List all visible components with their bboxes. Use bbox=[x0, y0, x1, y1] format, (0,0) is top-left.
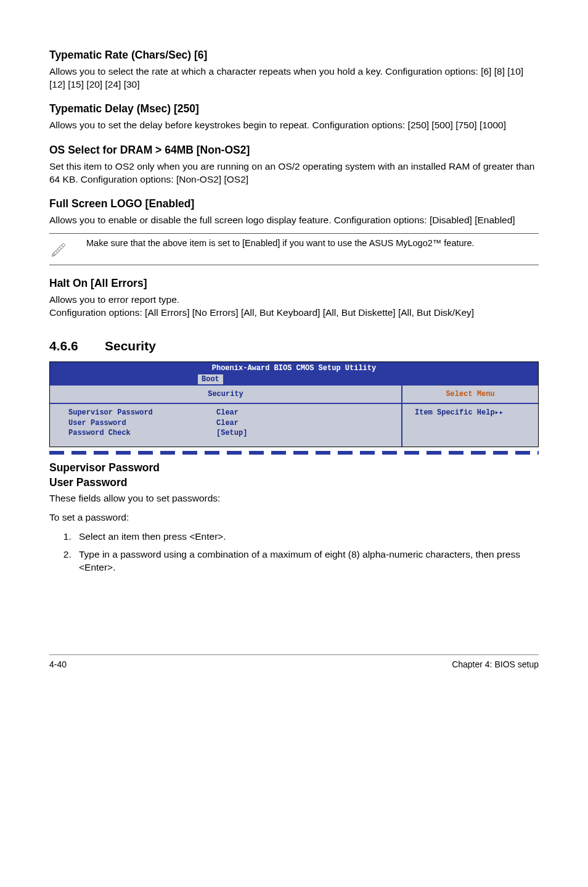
note-row: Make sure that the above item is set to … bbox=[49, 233, 539, 265]
step-item: Select an item then press <Enter>. bbox=[74, 530, 539, 543]
footer-chapter: Chapter 4: BIOS setup bbox=[452, 659, 539, 670]
bios-right-content: Item Specific Help▸▸ bbox=[402, 404, 538, 426]
bios-screenshot: Phoenix-Award BIOS CMOS Setup Utility Bo… bbox=[49, 361, 539, 447]
body-full-screen-logo: Allows you to enable or disable the full… bbox=[49, 214, 539, 227]
bios-right-header: Select Menu bbox=[402, 386, 538, 404]
heading-os-select: OS Select for DRAM > 64MB [Non-OS2] bbox=[49, 143, 539, 158]
bios-row-label: Password Check bbox=[68, 428, 216, 438]
body-password-intro: These fields allow you to set passwords: bbox=[49, 492, 539, 505]
body-halt-on-1: Allows you to error report type. bbox=[49, 294, 539, 307]
bios-dashed-border bbox=[49, 451, 539, 455]
body-halt-on-2: Configuration options: [All Errors] [No … bbox=[49, 307, 539, 320]
bios-menubar: Boot bbox=[50, 374, 538, 386]
bios-row-value: [Setup] bbox=[216, 428, 247, 438]
heading-typematic-delay: Typematic Delay (Msec) [250] bbox=[49, 102, 539, 117]
page-footer: 4-40 Chapter 4: BIOS setup bbox=[49, 654, 539, 670]
bios-row: Supervisor Password Clear bbox=[68, 408, 383, 418]
steps-list: Select an item then press <Enter>. Type … bbox=[49, 530, 539, 574]
bios-row-label: Supervisor Password bbox=[68, 408, 216, 418]
bios-row-label: User Password bbox=[68, 418, 216, 428]
bios-row-value: Clear bbox=[216, 418, 239, 428]
body-os-select: Set this item to OS2 only when you are r… bbox=[49, 160, 539, 186]
heading-halt-on: Halt On [All Errors] bbox=[49, 276, 539, 291]
bios-row-value: Clear bbox=[216, 408, 239, 418]
step-item: Type in a password using a combination o… bbox=[74, 548, 539, 574]
heading-user-password: User Password bbox=[49, 476, 539, 490]
section-title: Security bbox=[105, 339, 156, 353]
bios-left-content: Supervisor Password Clear User Password … bbox=[50, 404, 401, 447]
bios-left-header: Security bbox=[50, 386, 401, 404]
heading-supervisor-password: Supervisor Password bbox=[49, 461, 539, 476]
footer-page-number: 4-40 bbox=[49, 659, 67, 670]
body-typematic-rate: Allows you to select the rate at which a… bbox=[49, 65, 539, 91]
bios-row: Password Check [Setup] bbox=[68, 428, 383, 438]
heading-full-screen-logo: Full Screen LOGO [Enabled] bbox=[49, 197, 539, 212]
body-typematic-delay: Allows you to set the delay before keyst… bbox=[49, 119, 539, 132]
bios-tab-boot: Boot bbox=[198, 374, 223, 384]
heading-typematic-rate: Typematic Rate (Chars/Sec) [6] bbox=[49, 48, 539, 63]
pencil-icon bbox=[49, 237, 74, 261]
bios-title: Phoenix-Award BIOS CMOS Setup Utility bbox=[50, 362, 538, 374]
section-heading: 4.6.6Security bbox=[49, 337, 539, 355]
body-to-set: To set a password: bbox=[49, 511, 539, 524]
section-number: 4.6.6 bbox=[49, 337, 105, 355]
bios-row: User Password Clear bbox=[68, 418, 383, 428]
note-text: Make sure that the above item is set to … bbox=[74, 237, 539, 250]
